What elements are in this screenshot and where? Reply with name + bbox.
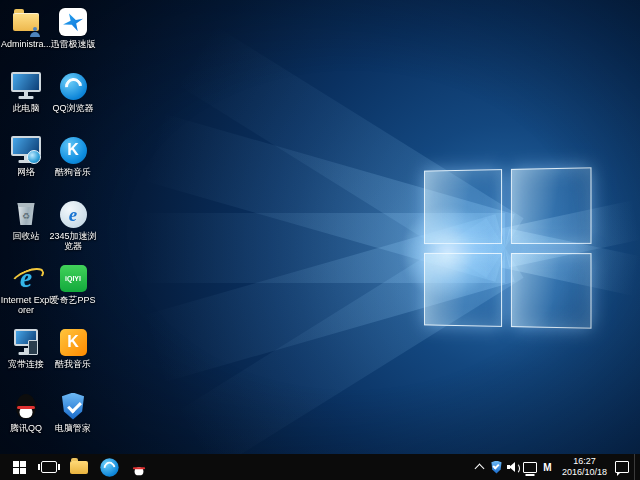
desktop-icon-kuwo-music[interactable]: K 酷我音乐: [47, 326, 99, 386]
desktop-icon-label: 网络: [17, 167, 35, 177]
desktop-icon-label: Administra...: [1, 39, 51, 49]
qq-browser-icon: [57, 70, 89, 102]
system-tray: M 16:27 2016/10/18: [471, 454, 640, 480]
desktop: Administra... 此电脑 网络 ♻ 回收站 e Internet Ex…: [0, 0, 640, 480]
tencent-qq-icon: [132, 459, 146, 476]
ime-indicator: M: [543, 462, 551, 473]
this-pc-icon: [10, 70, 42, 102]
desktop-icon-tencent-qq[interactable]: 腾讯QQ: [0, 390, 52, 450]
chevron-up-icon: [475, 463, 485, 473]
taskbar-qq-browser-button[interactable]: [94, 454, 124, 480]
task-view-icon: [41, 461, 57, 473]
clock-time: 16:27: [562, 456, 607, 467]
internet-explorer-icon: e: [10, 262, 42, 294]
desktop-icon-2345-browser[interactable]: e 2345加速浏览器: [47, 198, 99, 258]
clock-date: 2016/10/18: [562, 467, 607, 478]
desktop-icon-column-1: Administra... 此电脑 网络 ♻ 回收站 e Internet Ex…: [0, 6, 52, 454]
desktop-icon-label: 宽带连接: [8, 359, 44, 369]
start-button[interactable]: [4, 454, 34, 480]
kuwo-music-icon: K: [57, 326, 89, 358]
desktop-icon-label: 回收站: [13, 231, 40, 241]
desktop-icon-this-pc[interactable]: 此电脑: [0, 70, 52, 130]
desktop-icon-label: 2345加速浏览器: [47, 231, 99, 252]
volume-icon: [507, 462, 520, 473]
desktop-icon-pc-manager[interactable]: 电脑管家: [47, 390, 99, 450]
taskbar-clock[interactable]: 16:27 2016/10/18: [556, 456, 613, 479]
tray-network-button[interactable]: [522, 454, 539, 480]
windows-logo-icon: [13, 461, 26, 474]
desktop-icon-thunder[interactable]: 迅雷极速版: [47, 6, 99, 66]
pc-manager-icon: [57, 390, 89, 422]
iqiyi-pps-icon: iQIYI: [57, 262, 89, 294]
user-folder-icon: [10, 6, 42, 38]
task-view-button[interactable]: [34, 454, 64, 480]
desktop-icon-label: 酷狗音乐: [55, 167, 91, 177]
windows-hero-logo: [424, 167, 591, 328]
recycle-bin-icon: ♻: [10, 198, 42, 230]
show-desktop-button[interactable]: [634, 454, 640, 480]
security-shield-icon: [491, 461, 502, 474]
file-explorer-button[interactable]: [64, 454, 94, 480]
desktop-icon-administrator[interactable]: Administra...: [0, 6, 52, 66]
taskbar-left-buttons: [0, 454, 154, 480]
desktop-icon-recycle-bin[interactable]: ♻ 回收站: [0, 198, 52, 258]
network-status-icon: [523, 462, 537, 473]
desktop-icon-label: 迅雷极速版: [51, 39, 96, 49]
kugou-music-icon: K: [57, 134, 89, 166]
tray-show-hidden-icons-button[interactable]: [471, 454, 488, 480]
desktop-icon-iqiyi-pps[interactable]: iQIYI 爱奇艺PPS: [47, 262, 99, 322]
desktop-icon-label: 酷我音乐: [55, 359, 91, 369]
tray-ime-button[interactable]: M: [539, 454, 556, 480]
tray-security-button[interactable]: [488, 454, 505, 480]
desktop-icon-label: 电脑管家: [55, 423, 91, 433]
action-center-button[interactable]: [613, 454, 630, 480]
action-center-icon: [615, 461, 629, 473]
desktop-icon-network[interactable]: 网络: [0, 134, 52, 194]
qq-browser-icon: [100, 458, 118, 476]
taskbar: M 16:27 2016/10/18: [0, 454, 640, 480]
desktop-icon-internet-explorer[interactable]: e Internet Explorer: [0, 262, 52, 322]
desktop-icon-column-2: 迅雷极速版 QQ浏览器 K 酷狗音乐 e 2345加速浏览器 iQIYI 爱奇艺…: [47, 6, 99, 454]
desktop-icon-kugou-music[interactable]: K 酷狗音乐: [47, 134, 99, 194]
desktop-icon-broadband-connection[interactable]: 宽带连接: [0, 326, 52, 386]
desktop-icon-qq-browser[interactable]: QQ浏览器: [47, 70, 99, 130]
taskbar-qq-button[interactable]: [124, 454, 154, 480]
thunder-xunlei-icon: [57, 6, 89, 38]
broadband-connection-icon: [10, 326, 42, 358]
desktop-icon-label: QQ浏览器: [52, 103, 93, 113]
tray-volume-button[interactable]: [505, 454, 522, 480]
desktop-icon-label: Internet Explorer: [0, 295, 52, 316]
2345-browser-icon: e: [57, 198, 89, 230]
file-explorer-icon: [70, 461, 88, 474]
desktop-icon-label: 腾讯QQ: [10, 423, 42, 433]
desktop-icon-label: 爱奇艺PPS: [50, 295, 95, 305]
network-icon: [10, 134, 42, 166]
desktop-icon-label: 此电脑: [13, 103, 40, 113]
tencent-qq-icon: [10, 390, 42, 422]
